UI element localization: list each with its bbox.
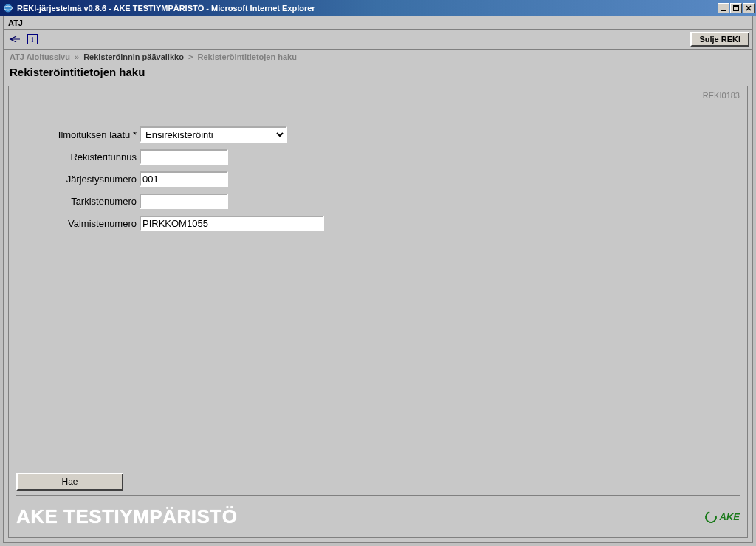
info-icon[interactable]: i: [24, 32, 41, 47]
search-form: Ilmoituksen laatu * Ensirekisteröinti Re…: [16, 92, 740, 236]
menubar: ATJ: [4, 16, 752, 30]
ie-icon: [2, 2, 14, 14]
label-ilmoituksen-laatu: Ilmoituksen laatu *: [42, 129, 140, 140]
page-title: Rekisteröintitietojen haku: [4, 64, 752, 86]
input-valmistenumero[interactable]: [140, 216, 324, 231]
breadcrumb: ATJ Aloitussivu » Rekisteröinnin päävali…: [4, 50, 752, 64]
back-icon[interactable]: [7, 32, 23, 47]
breadcrumb-sep: »: [72, 52, 81, 61]
toolbar: i Sulje REKI: [4, 30, 752, 50]
input-jarjestysnumero[interactable]: [140, 171, 228, 187]
label-rekisteritunnus: Rekisteritunnus: [42, 151, 140, 163]
input-rekisteritunnus[interactable]: [140, 149, 228, 165]
menu-atj[interactable]: ATJ: [8, 18, 23, 27]
divider: [16, 495, 740, 496]
ake-swirl-icon: [703, 509, 719, 525]
breadcrumb-seg-2[interactable]: Rekisteröinnin päävalikko: [83, 52, 184, 61]
main-panel: REKI0183 Ilmoituksen laatu * Ensirekiste…: [8, 86, 748, 538]
label-tarkistenumero: Tarkistenumero: [42, 196, 140, 207]
close-reki-button[interactable]: Sulje REKI: [690, 32, 749, 47]
client-area: ATJ i Sulje REKI ATJ Aloitussivu » Rekis…: [3, 16, 753, 543]
breadcrumb-sep: >: [186, 52, 195, 61]
svg-rect-3: [733, 5, 739, 7]
close-button[interactable]: [743, 3, 755, 13]
svg-rect-1: [721, 10, 726, 11]
minimize-button[interactable]: [718, 3, 729, 13]
window-buttons: [718, 3, 755, 13]
footer: AKE TESTIYMPÄRISTÖ AKE: [16, 501, 740, 533]
maximize-button[interactable]: [730, 3, 742, 13]
window-title: REKI-järjestelmä v0.8.6 - AKE TESTIYMPÄR…: [17, 4, 718, 13]
breadcrumb-seg-3: Rekisteröintitietojen haku: [197, 52, 296, 61]
page-code: REKI0183: [703, 91, 740, 100]
window-titlebar: REKI-järjestelmä v0.8.6 - AKE TESTIYMPÄR…: [0, 0, 756, 16]
label-valmistenumero: Valmistenumero: [42, 218, 140, 229]
label-jarjestysnumero: Järjestysnumero: [42, 174, 140, 185]
input-tarkistenumero: [140, 194, 228, 209]
hae-button[interactable]: Hae: [16, 473, 123, 491]
footer-brand: AKE TESTIYMPÄRISTÖ: [16, 505, 237, 528]
ake-logo: AKE: [705, 511, 740, 523]
select-ilmoituksen-laatu[interactable]: Ensirekisteröinti: [140, 126, 287, 143]
ake-logo-text: AKE: [720, 511, 740, 522]
svg-point-0: [4, 4, 13, 13]
breadcrumb-seg-1[interactable]: ATJ Aloitussivu: [10, 52, 70, 61]
